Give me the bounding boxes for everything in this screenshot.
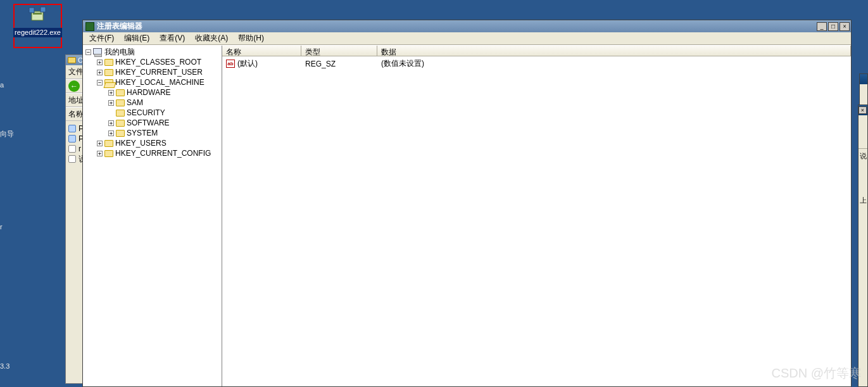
- tree-node[interactable]: +HKEY_CURRENT_CONFIG: [83, 148, 222, 158]
- tree-node-label: SECURITY: [127, 108, 165, 117]
- tree-node-label: HKEY_CURRENT_USER: [115, 68, 203, 77]
- regedit-title: 注册表编辑器: [97, 21, 142, 32]
- watermark: CSDN @竹等寒: [771, 365, 862, 382]
- tree-node[interactable]: +HKEY_CURRENT_USER: [83, 67, 222, 77]
- tree-node[interactable]: −我的电脑: [83, 47, 222, 57]
- item-icon: [68, 125, 76, 132]
- sliver-titlebar[interactable]: ×: [859, 105, 867, 115]
- tree-node-label: HKEY_CLASSES_ROOT: [115, 58, 201, 67]
- tree-node-label: 我的电脑: [104, 47, 135, 58]
- tree-node[interactable]: +SAM: [83, 98, 222, 108]
- tree-node[interactable]: +SOFTWARE: [83, 118, 222, 128]
- tree-node-label: HARDWARE: [127, 88, 171, 97]
- expand-icon[interactable]: +: [97, 70, 103, 75]
- bgwin-addr-label: 地址: [68, 95, 84, 106]
- tree-node[interactable]: +HKEY_CLASSES_ROOT: [83, 57, 222, 67]
- expand-icon[interactable]: +: [97, 141, 103, 146]
- value-row[interactable]: ab(默认)REG_SZ(数值未设置): [222, 56, 851, 70]
- expand-icon[interactable]: +: [108, 90, 114, 96]
- svg-rect-2: [29, 8, 34, 13]
- tree-node[interactable]: +HARDWARE: [83, 87, 222, 98]
- item-icon: [68, 145, 76, 153]
- sliver-window-2: × 说 上: [858, 105, 868, 387]
- tree-node[interactable]: +SYSTEM: [83, 128, 222, 138]
- bgwin-name-label: 名称: [68, 109, 84, 120]
- tree-node-label: HKEY_LOCAL_MACHINE: [115, 78, 204, 87]
- desktop-icon-label: regedit222.exe: [13, 28, 62, 37]
- tree-node[interactable]: +HKEY_USERS: [83, 138, 222, 148]
- tree-node-label: SAM: [127, 98, 143, 107]
- computer-icon: [93, 48, 103, 56]
- tree-node[interactable]: SECURITY: [83, 108, 222, 118]
- close-button[interactable]: ×: [840, 22, 850, 31]
- expand-icon[interactable]: +: [108, 130, 114, 136]
- menu-help[interactable]: 帮助(H): [233, 32, 269, 45]
- expand-icon[interactable]: +: [97, 151, 103, 156]
- folder-icon: [116, 130, 125, 137]
- sliver-label: 上: [860, 196, 866, 205]
- value-data: (数值未设置): [381, 58, 424, 69]
- folder-icon: [104, 59, 113, 66]
- value-type: REG_SZ: [305, 60, 336, 68]
- folder-icon: [116, 120, 125, 127]
- back-icon[interactable]: ←: [68, 80, 80, 92]
- folder-icon: [116, 110, 125, 117]
- svg-rect-3: [41, 7, 46, 12]
- folder-icon: [116, 99, 125, 106]
- folder-icon: [104, 79, 113, 86]
- tree-node-label: SOFTWARE: [127, 118, 170, 127]
- sliver-label: 说: [860, 151, 866, 164]
- regedit-menubar: 文件(F) 编辑(E) 查看(V) 收藏夹(A) 帮助(H): [83, 32, 851, 45]
- string-value-icon: ab: [226, 60, 235, 68]
- folder-icon: [116, 89, 125, 96]
- col-type[interactable]: 类型: [301, 46, 377, 56]
- bgwin-menu-file[interactable]: 文件: [68, 67, 84, 77]
- desktop-icon-regedit[interactable]: regedit222.exe: [13, 4, 62, 48]
- tree-node-label: SYSTEM: [127, 129, 158, 137]
- collapse-icon[interactable]: −: [85, 49, 91, 55]
- tree-node-label: HKEY_USERS: [115, 139, 167, 148]
- item-icon: [68, 135, 76, 143]
- regedit-icon: [85, 22, 94, 31]
- expand-icon[interactable]: +: [108, 100, 114, 106]
- item-icon: [68, 155, 76, 163]
- menu-view[interactable]: 查看(V): [154, 32, 190, 45]
- exe-icon: [28, 6, 48, 27]
- close-button[interactable]: ×: [859, 106, 867, 114]
- desktop-text: r: [0, 223, 3, 231]
- maximize-button[interactable]: □: [828, 22, 838, 31]
- desktop-text: 3.3: [0, 362, 9, 370]
- col-data[interactable]: 数据: [377, 46, 851, 56]
- value-name: (默认): [237, 58, 258, 69]
- collapse-icon[interactable]: −: [97, 80, 103, 86]
- value-list: 名称 类型 数据 ab(默认)REG_SZ(数值未设置): [222, 46, 851, 386]
- registry-tree[interactable]: −我的电脑+HKEY_CLASSES_ROOT+HKEY_CURRENT_USE…: [83, 46, 222, 386]
- tree-node[interactable]: −HKEY_LOCAL_MACHINE: [83, 77, 222, 87]
- folder-icon: [104, 140, 113, 147]
- regedit-titlebar[interactable]: 注册表编辑器 _ □ ×: [83, 20, 851, 32]
- menu-favorites[interactable]: 收藏夹(A): [190, 32, 233, 45]
- value-header: 名称 类型 数据: [222, 46, 851, 56]
- folder-icon: [104, 150, 113, 157]
- expand-icon[interactable]: +: [108, 120, 114, 126]
- minimize-button[interactable]: _: [817, 22, 827, 31]
- folder-icon: [104, 69, 113, 76]
- col-name[interactable]: 名称: [222, 46, 301, 56]
- expand-icon[interactable]: +: [97, 60, 103, 65]
- menu-edit[interactable]: 编辑(E): [119, 32, 154, 45]
- folder-icon: [68, 57, 76, 63]
- desktop-text: a: [0, 81, 4, 89]
- menu-file[interactable]: 文件(F): [84, 32, 119, 45]
- desktop-text: 向导: [0, 129, 14, 139]
- tree-node-label: HKEY_CURRENT_CONFIG: [115, 149, 211, 158]
- regedit-window: 注册表编辑器 _ □ × 文件(F) 编辑(E) 查看(V) 收藏夹(A) 帮助…: [82, 20, 852, 387]
